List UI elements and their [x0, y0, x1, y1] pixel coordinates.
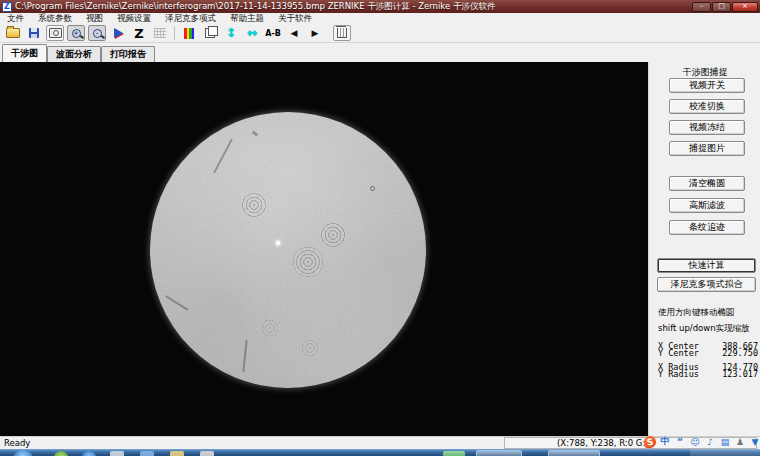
menu-help-topics[interactable]: 帮助主题: [223, 13, 271, 24]
zoom-in-button[interactable]: +: [67, 25, 85, 41]
dust-ring-artifact: [320, 222, 346, 248]
zernike-fit-button[interactable]: 泽尼克多项式拟合: [657, 277, 756, 292]
status-bar: Ready (X:788, Y:238, R:0 G: S 中 “ ☺ ♪ ▤ …: [0, 436, 760, 450]
copy-window-button[interactable]: [201, 25, 219, 41]
move-vertical-icon: ↕: [226, 27, 236, 39]
taskbar-icon[interactable]: [200, 451, 214, 456]
zernike-button[interactable]: Z: [130, 25, 148, 41]
previous-button[interactable]: ◀: [285, 25, 303, 41]
sogou-s-icon[interactable]: S: [643, 435, 657, 449]
menu-system-params[interactable]: 系统参数: [31, 13, 79, 24]
delete-button[interactable]: [333, 25, 351, 41]
title-bar: Z C:\Program Files\Zernike\Zernike\inter…: [0, 0, 760, 13]
tab-bar: 干涉图 波面分析 打印报告: [0, 43, 760, 62]
menu-about[interactable]: 关于软件: [271, 13, 319, 24]
dust-ring-artifact: [300, 338, 320, 358]
taskbar-icon[interactable]: [82, 451, 96, 456]
toolbar-separator: [174, 26, 175, 40]
render-triangle-icon: [114, 28, 123, 38]
system-tray[interactable]: [690, 449, 760, 456]
status-ready-text: Ready: [4, 438, 30, 448]
fringe-trace-button[interactable]: 条纹追迹: [669, 220, 745, 235]
taskbar-icon[interactable]: [110, 451, 124, 456]
next-icon: ▶: [312, 29, 319, 38]
app-window: Z C:\Program Files\Zernike\Zernike\inter…: [0, 0, 760, 456]
save-button[interactable]: [25, 25, 43, 41]
save-icon: [29, 28, 39, 38]
maximize-button[interactable]: □: [712, 2, 731, 12]
taskbar-active-app[interactable]: [443, 451, 465, 456]
fuzzy-tone-icon[interactable]: “: [674, 436, 686, 448]
zoom-out-button[interactable]: -: [88, 25, 106, 41]
ellipse-hint-line2: shift up/down实现缩放: [658, 323, 750, 335]
taskbar-icon[interactable]: [170, 451, 184, 456]
ab-compare-button[interactable]: A-B: [264, 25, 282, 41]
calibration-switch-button[interactable]: 校准切换: [669, 99, 745, 114]
account-icon[interactable]: ♟: [734, 436, 746, 448]
dust-ring-artifact: [240, 191, 268, 219]
microphone-icon[interactable]: ♪: [704, 436, 716, 448]
menu-view[interactable]: 视图: [79, 13, 110, 24]
tab-interferogram[interactable]: 干涉图: [2, 44, 47, 62]
copy-window-icon: [205, 28, 215, 38]
capture-frame-button[interactable]: [46, 25, 64, 41]
move-vertical-button[interactable]: ↕: [222, 25, 240, 41]
param-y-radius: Y Radius 123.017: [658, 369, 758, 379]
zoom-in-icon: +: [72, 29, 81, 38]
taskbar-window-button[interactable]: [476, 450, 522, 456]
minimize-button[interactable]: –: [692, 2, 711, 12]
menu-video-settings[interactable]: 视频设置: [110, 13, 158, 24]
interferogram-canvas[interactable]: [0, 62, 648, 436]
ime-toolbar: S 中 “ ☺ ♪ ▤ ♟ ▼ ✚: [644, 434, 760, 449]
next-button[interactable]: ▶: [306, 25, 324, 41]
move-horizontal-button[interactable]: ↔: [243, 25, 261, 41]
skin-icon[interactable]: ▼: [749, 436, 760, 448]
menu-file[interactable]: 文件: [0, 13, 31, 24]
ab-compare-icon: A-B: [265, 29, 281, 38]
capture-frame-icon: [49, 28, 62, 38]
gaussian-filter-button[interactable]: 高斯滤波: [669, 198, 745, 213]
emoji-icon[interactable]: ☺: [689, 436, 701, 448]
param-label: Y Radius: [658, 369, 699, 379]
video-toggle-button[interactable]: 视频开关: [669, 78, 745, 93]
start-button[interactable]: [12, 450, 34, 456]
bright-spot: [276, 241, 280, 245]
content-area: 干涉图捕捉 视频开关 校准切换 视频冻结 捕捉图片 清空椭圆 高斯滤波 条纹追迹…: [0, 62, 760, 436]
quick-calculate-button[interactable]: 快速计算: [657, 258, 756, 273]
chinese-mode-icon[interactable]: 中: [659, 436, 671, 448]
window-controls: – □ ×: [692, 2, 758, 12]
interferogram-disc: [150, 112, 426, 388]
color-bars-button[interactable]: [180, 25, 198, 41]
dust-ring-artifact: [293, 247, 323, 277]
control-panel: 干涉图捕捉 视频开关 校准切换 视频冻结 捕捉图片 清空椭圆 高斯滤波 条纹追迹…: [648, 62, 760, 436]
move-horizontal-icon: ↔: [247, 27, 257, 39]
ellipse-hint-line1: 使用方向键移动椭圆: [658, 307, 735, 319]
open-icon: [6, 28, 20, 38]
previous-icon: ◀: [291, 29, 298, 38]
windows-taskbar[interactable]: [0, 449, 760, 456]
grid-icon: [154, 28, 166, 38]
tab-print-report[interactable]: 打印报告: [101, 46, 155, 62]
param-y-center: Y Center 229.750: [658, 348, 758, 358]
keyboard-icon[interactable]: ▤: [719, 436, 731, 448]
zoom-out-icon: -: [93, 29, 102, 38]
app-logo-icon: Z: [2, 2, 12, 12]
taskbar-icon[interactable]: [140, 451, 154, 456]
video-freeze-button[interactable]: 视频冻结: [669, 120, 745, 135]
capture-image-button[interactable]: 捕捉图片: [669, 141, 745, 156]
taskbar-window-button[interactable]: [548, 450, 600, 456]
window-title: C:\Program Files\Zernike\Zernike\interfe…: [15, 1, 688, 13]
disc-grain-texture: [150, 112, 426, 388]
render-button[interactable]: [109, 25, 127, 41]
menu-bar: 文件 系统参数 视图 视频设置 泽尼克多项式 帮助主题 关于软件: [0, 13, 760, 24]
menu-zernike-polynomial[interactable]: 泽尼克多项式: [158, 13, 223, 24]
grid-button[interactable]: [151, 25, 169, 41]
tab-wavefront-analysis[interactable]: 波面分析: [47, 46, 101, 62]
toolbar: + - Z ↕ ↔ A-B ◀ ▶: [0, 24, 760, 43]
open-button[interactable]: [4, 25, 22, 41]
close-button[interactable]: ×: [732, 2, 758, 12]
taskbar-icon[interactable]: [54, 451, 68, 456]
dark-speck: [370, 186, 375, 191]
dust-ring-artifact: [259, 317, 281, 339]
clear-ellipse-button[interactable]: 清空椭圆: [669, 176, 745, 191]
